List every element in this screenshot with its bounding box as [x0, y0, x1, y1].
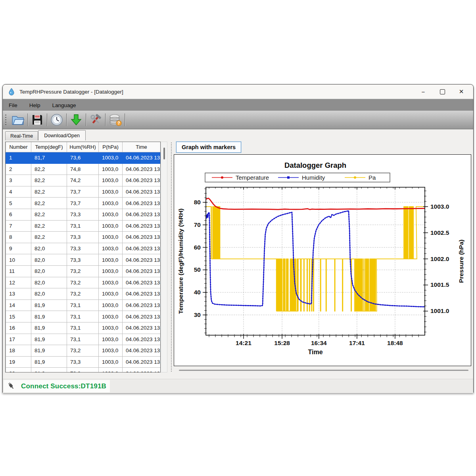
table-cell: 04.06.2023 13...	[123, 232, 161, 243]
table-cell: 73,1	[67, 334, 99, 345]
folder-icon	[11, 113, 25, 127]
table-cell: 04.06.2023 13...	[123, 356, 161, 368]
table-row[interactable]: 1981,973,31003,004.06.2023 13...	[6, 356, 161, 368]
panel-splitter[interactable]	[171, 142, 172, 372]
table-cell: 1003,0	[99, 299, 123, 311]
table-row[interactable]: 782,273,11003,004.06.2023 13...	[6, 220, 161, 232]
svg-text:1001.5: 1001.5	[430, 281, 449, 288]
table-row[interactable]: 1182,073,21003,004.06.2023 13...	[6, 265, 161, 277]
table-row[interactable]: 882,273,31003,004.06.2023 13...	[6, 232, 161, 243]
table-cell: 73,3	[67, 243, 99, 254]
save-button[interactable]	[29, 112, 46, 128]
table-row[interactable]: 1681,973,11003,004.06.2023 13...	[6, 322, 161, 334]
table-scrollbar[interactable]	[161, 142, 167, 372]
menu-language[interactable]: Language	[46, 102, 82, 108]
tab-download-open[interactable]: Download/Open	[38, 130, 86, 140]
svg-text:Pressure (hPa): Pressure (hPa)	[458, 240, 464, 283]
minimize-button[interactable]: −	[414, 84, 433, 99]
table-row[interactable]: 1781,973,11003,004.06.2023 13...	[6, 334, 161, 345]
toolbar-separator	[27, 113, 28, 126]
database-button[interactable]: ?	[106, 112, 124, 128]
toolbar-separator	[86, 113, 86, 126]
column-header[interactable]: P(hPa)	[99, 142, 123, 152]
settings-button[interactable]	[87, 112, 104, 128]
table-cell: 73,3	[67, 209, 99, 220]
svg-text:1001.0: 1001.0	[430, 307, 449, 314]
table-cell: 81,9	[31, 368, 67, 372]
table-cell: 04.06.2023 13...	[123, 163, 161, 175]
status-bar: Connect Success:DT191B	[3, 379, 473, 393]
tab-real-time[interactable]: Real-Time	[5, 131, 38, 140]
table-cell: 1003,0	[99, 152, 123, 164]
menu-file[interactable]: File	[3, 102, 23, 108]
table-cell: 1003,0	[99, 186, 123, 198]
download-button[interactable]	[67, 112, 85, 128]
table-cell: 04.06.2023 13...	[123, 198, 161, 209]
column-header[interactable]: Time	[123, 142, 161, 152]
table-cell: 1003,0	[99, 311, 123, 322]
svg-text:17:41: 17:41	[349, 340, 365, 346]
table-row[interactable]: 582,273,71003,004.06.2023 13...	[6, 198, 161, 209]
table-cell: 17	[6, 334, 31, 345]
maximize-button[interactable]	[433, 84, 452, 99]
table-cell: 1003,0	[99, 209, 123, 220]
table-row[interactable]: 2081,973,31003,004.06.2023 13...	[6, 368, 161, 372]
svg-text:1003.0: 1003.0	[430, 203, 449, 210]
table-row[interactable]: 482,273,71003,004.06.2023 13...	[6, 186, 161, 198]
table-cell: 04.06.2023 13...	[123, 265, 161, 277]
table-scrollbar-thumb[interactable]	[163, 148, 165, 159]
table-cell: 81,9	[31, 334, 67, 345]
svg-text:1002.5: 1002.5	[430, 229, 449, 236]
database-icon: ?	[108, 113, 122, 127]
svg-text:?: ?	[117, 121, 120, 125]
column-header[interactable]: Temp(degF)	[31, 142, 67, 152]
table-cell: 82,2	[31, 186, 67, 198]
table-cell: 73,1	[67, 299, 99, 311]
table-cell: 20	[6, 368, 31, 372]
table-cell: 73,2	[67, 265, 99, 277]
table-cell: 1003,0	[99, 322, 123, 334]
open-file-button[interactable]	[9, 112, 27, 128]
table-cell: 82,0	[31, 265, 67, 277]
table-cell: 1003,0	[99, 334, 123, 345]
close-icon: ✕	[459, 88, 464, 95]
table-cell: 04.06.2023 13...	[123, 277, 161, 288]
column-header[interactable]: Number	[6, 142, 31, 152]
app-window: TempRHPressure Datalogger - [Datalogger]…	[2, 84, 474, 393]
menu-bar: File Help Language	[3, 99, 473, 111]
table-row[interactable]: 1481,973,11003,004.06.2023 13...	[6, 299, 161, 311]
table-row[interactable]: 1382,073,21003,004.06.2023 13...	[6, 288, 161, 300]
toolbar-grip[interactable]	[4, 113, 7, 127]
menu-help[interactable]: Help	[23, 102, 46, 108]
table-row[interactable]: 682,273,31003,004.06.2023 13...	[6, 209, 161, 220]
table-cell: 14	[6, 299, 31, 311]
table-row[interactable]: 181,773,61003,004.06.2023 13...	[6, 152, 161, 164]
table-cell: 1003,0	[99, 232, 123, 243]
table-cell: 1003,0	[99, 175, 123, 186]
datalogger-chart: 3040506070801001.01001.51002.01002.51003…	[174, 155, 471, 366]
table-cell: 1003,0	[99, 198, 123, 209]
status-message: Connect Success:DT191B	[21, 382, 106, 390]
graph-scrollbar[interactable]	[179, 370, 468, 371]
close-button[interactable]: ✕	[452, 84, 471, 99]
table-cell: 18	[6, 345, 31, 357]
table-row[interactable]: 282,274,81003,004.06.2023 13...	[6, 163, 161, 175]
table-cell: 13	[6, 288, 31, 300]
table-cell: 81,9	[31, 356, 67, 368]
table-row[interactable]: 1082,073,31003,004.06.2023 13...	[6, 254, 161, 266]
table-row[interactable]: 1581,973,11003,004.06.2023 13...	[6, 311, 161, 322]
graph-with-markers-button[interactable]: Graph with markers	[176, 142, 241, 153]
table-cell: 6	[6, 209, 31, 220]
column-header[interactable]: Hum(%RH)	[67, 142, 99, 152]
table-cell: 82,2	[31, 209, 67, 220]
window-title: TempRHPressure Datalogger - [Datalogger]	[19, 89, 123, 95]
table-row[interactable]: 1881,973,21003,004.06.2023 13...	[6, 345, 161, 357]
table-cell: 82,0	[31, 277, 67, 288]
table-cell: 1003,0	[99, 243, 123, 254]
time-sync-button[interactable]	[48, 112, 65, 128]
table-row[interactable]: 982,073,31003,004.06.2023 13...	[6, 243, 161, 254]
table-cell: 82,0	[31, 254, 67, 266]
svg-text:Time: Time	[308, 349, 322, 355]
table-row[interactable]: 1282,073,21003,004.06.2023 13...	[6, 277, 161, 288]
table-row[interactable]: 382,274,21003,004.06.2023 13...	[6, 175, 161, 186]
